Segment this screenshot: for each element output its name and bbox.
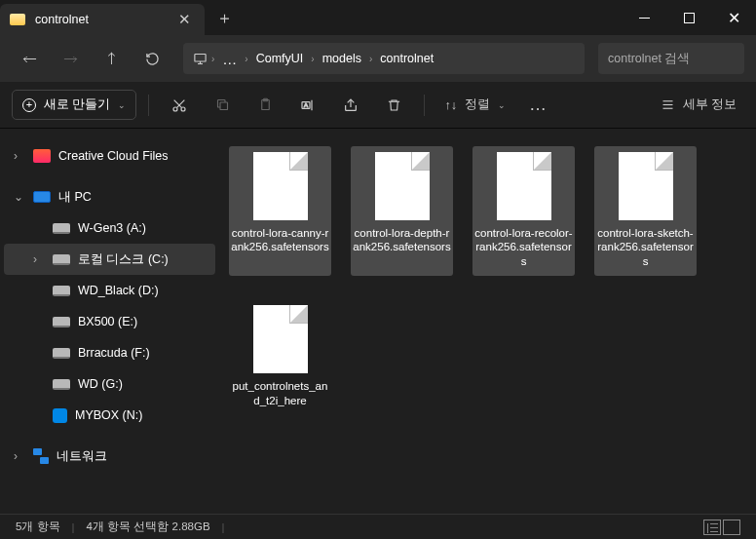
up-button[interactable]: 🡑 xyxy=(94,43,129,74)
tab-title: controlnet xyxy=(35,13,89,26)
grid-view-icon[interactable] xyxy=(723,520,740,535)
svg-point-5 xyxy=(173,107,177,111)
file-name: control-lora-recolor-rank256.safetensors xyxy=(472,226,575,268)
cut-button[interactable] xyxy=(161,89,198,122)
chevron-down-icon: ⌄ xyxy=(498,100,506,110)
selection-info: 4개 항목 선택함 2.88GB xyxy=(87,520,210,534)
maximize-button[interactable] xyxy=(666,0,711,35)
nav-row: 🡐 🡒 🡑 › … › ComfyUI › models › controlne… xyxy=(0,35,756,82)
title-bar: controlnet ✕ ＋ ✕ xyxy=(0,0,756,35)
chevron-right-icon[interactable]: › xyxy=(33,252,45,266)
file-name: put_controlnets_and_t2i_here xyxy=(229,379,331,407)
search-input[interactable]: controlnet 검색 xyxy=(598,43,744,74)
drive-icon xyxy=(53,379,70,390)
sidebar-item-drive-g[interactable]: WD (G:) xyxy=(4,368,215,400)
creative-cloud-icon xyxy=(33,149,51,163)
sidebar: ›Creative Cloud Files ⌄내 PC W-Gen3 (A:) … xyxy=(0,129,219,514)
file-name: control-lora-depth-rank256.safetensors xyxy=(351,226,453,254)
file-name: control-lora-sketch-rank256.safetensors xyxy=(594,226,697,268)
file-item[interactable]: control-lora-depth-rank256.safetensors xyxy=(351,146,453,276)
svg-rect-9 xyxy=(220,102,228,110)
view-button[interactable]: 세부 정보 xyxy=(653,91,744,119)
drive-icon xyxy=(53,223,70,234)
minimize-button[interactable] xyxy=(622,0,666,35)
window-tab[interactable]: controlnet ✕ xyxy=(0,4,205,35)
paste-button[interactable] xyxy=(246,89,284,122)
file-item[interactable]: control-lora-canny-rank256.safetensors xyxy=(229,146,331,276)
new-label: 새로 만들기 xyxy=(44,96,110,113)
drive-icon xyxy=(53,317,70,327)
drive-icon xyxy=(53,286,70,296)
chevron-right-icon[interactable]: › xyxy=(14,149,25,163)
item-count: 5개 항목 xyxy=(16,520,60,534)
sidebar-item-this-pc[interactable]: ⌄내 PC xyxy=(4,181,215,212)
folder-icon xyxy=(10,14,25,25)
breadcrumb-seg[interactable]: controlnet xyxy=(372,52,441,65)
drive-icon xyxy=(53,254,70,265)
network-icon xyxy=(33,448,49,464)
status-bar: 5개 항목 | 4개 항목 선택함 2.88GB | xyxy=(0,514,756,539)
sidebar-item-drive-a[interactable]: W-Gen3 (A:) xyxy=(4,212,215,244)
drive-icon xyxy=(53,348,70,359)
content-pane[interactable]: control-lora-canny-rank256.safetensors c… xyxy=(219,129,756,514)
rename-button[interactable]: A xyxy=(289,89,326,122)
file-icon xyxy=(253,305,308,373)
file-item[interactable]: control-lora-recolor-rank256.safetensors xyxy=(472,146,575,276)
sidebar-item-creative-cloud[interactable]: ›Creative Cloud Files xyxy=(4,140,215,172)
breadcrumb-overflow[interactable]: … xyxy=(214,51,245,67)
mybox-icon xyxy=(53,408,67,423)
monitor-icon xyxy=(189,52,211,66)
delete-button[interactable] xyxy=(375,89,412,122)
svg-text:A: A xyxy=(304,102,308,108)
file-name: control-lora-canny-rank256.safetensors xyxy=(229,226,331,254)
close-tab-icon[interactable]: ✕ xyxy=(174,11,195,28)
back-button[interactable]: 🡐 xyxy=(12,43,47,74)
view-label: 세부 정보 xyxy=(683,96,737,113)
file-icon xyxy=(253,152,308,220)
share-button[interactable] xyxy=(332,89,369,122)
chevron-down-icon[interactable]: ⌄ xyxy=(14,190,25,204)
new-button[interactable]: + 새로 만들기 ⌄ xyxy=(12,90,136,120)
sidebar-item-drive-d[interactable]: WD_Black (D:) xyxy=(4,275,215,306)
sidebar-item-network[interactable]: ›네트워크 xyxy=(4,441,215,472)
sort-button[interactable]: ↑↓ 정렬 ⌄ xyxy=(436,91,513,119)
details-icon xyxy=(661,97,675,112)
svg-rect-1 xyxy=(684,13,694,22)
sidebar-item-drive-n[interactable]: MYBOX (N:) xyxy=(4,400,215,431)
toolbar: + 새로 만들기 ⌄ A ↑↓ 정렬 ⌄ … 세부 정보 xyxy=(0,82,756,129)
file-item[interactable]: control-lora-sketch-rank256.safetensors xyxy=(594,146,697,276)
file-icon xyxy=(375,152,430,220)
chevron-down-icon: ⌄ xyxy=(118,100,126,110)
sidebar-item-drive-c[interactable]: ›로컬 디스크 (C:) xyxy=(4,244,215,275)
copy-button[interactable] xyxy=(204,89,241,122)
close-window-button[interactable]: ✕ xyxy=(711,0,756,35)
sort-icon: ↑↓ xyxy=(444,98,457,112)
sidebar-item-drive-f[interactable]: Brracuda (F:) xyxy=(4,337,215,368)
more-button[interactable]: … xyxy=(519,89,556,122)
file-icon xyxy=(497,152,551,220)
breadcrumb-seg[interactable]: models xyxy=(315,52,369,65)
svg-rect-2 xyxy=(195,54,206,61)
file-icon xyxy=(619,152,673,220)
chevron-right-icon[interactable]: › xyxy=(14,449,25,463)
address-bar[interactable]: › … › ComfyUI › models › controlnet xyxy=(183,43,585,74)
svg-point-6 xyxy=(181,107,185,111)
breadcrumb-seg[interactable]: ComfyUI xyxy=(248,52,312,65)
plus-circle-icon: + xyxy=(22,98,36,112)
forward-button[interactable]: 🡒 xyxy=(53,43,88,74)
sidebar-item-drive-e[interactable]: BX500 (E:) xyxy=(4,306,215,337)
refresh-button[interactable] xyxy=(134,43,170,74)
list-view-icon[interactable] xyxy=(703,520,721,535)
sort-label: 정렬 xyxy=(465,96,490,113)
pc-icon xyxy=(33,191,51,203)
file-item[interactable]: put_controlnets_and_t2i_here xyxy=(229,299,331,415)
new-tab-button[interactable]: ＋ xyxy=(205,0,244,35)
